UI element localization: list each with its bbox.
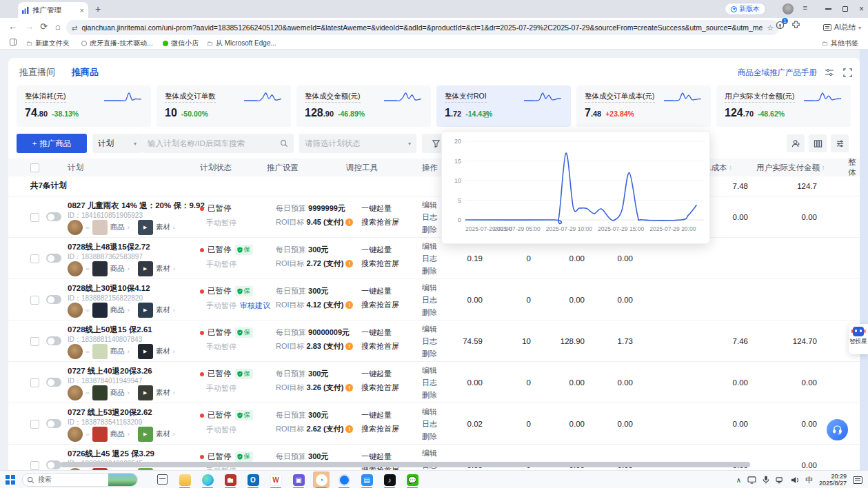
one-key-boost-link[interactable]: 一键起量 [361, 245, 392, 255]
search-top-screen-link[interactable]: 搜索抢首屏 [361, 217, 399, 227]
product-link[interactable]: 商品 [110, 223, 125, 232]
product-link[interactable]: 商品 [110, 305, 125, 315]
side-panel-icon[interactable] [10, 39, 17, 45]
plan-type-select[interactable]: 计划▾ [92, 134, 142, 153]
one-key-boost-link[interactable]: 一键起量 [361, 451, 392, 462]
plan-name[interactable]: 0728线上48退15保2.72 [68, 242, 150, 252]
sort-icon[interactable]: ↕ [729, 164, 733, 171]
table-config-icon[interactable] [831, 134, 849, 152]
column-settings-icon[interactable] [809, 134, 827, 152]
tab-close-icon[interactable]: × [80, 6, 84, 14]
search-top-screen-link[interactable]: 搜索抢首屏 [361, 424, 399, 434]
taskbar-edge[interactable] [199, 471, 216, 488]
adblock-extension-icon[interactable]: 1 [776, 21, 785, 30]
row-checkbox[interactable] [30, 213, 39, 222]
speaker-icon[interactable] [791, 476, 799, 484]
microphone-icon[interactable] [763, 476, 769, 484]
new-tab-button[interactable]: + [95, 3, 101, 14]
row-toggle[interactable] [46, 460, 61, 469]
plan-name[interactable]: 0727 线上40退20保3.26 [68, 366, 152, 376]
bookmark-item[interactable]: 🗀新建文件夹 [26, 39, 70, 48]
plan-name[interactable]: 0728线上50退15 保2.61 [68, 325, 152, 335]
col-overall[interactable]: 整体 [848, 159, 860, 176]
review-suggestion-link[interactable]: 审核建议 [240, 301, 270, 309]
share-user-icon[interactable] [787, 134, 805, 152]
row-checkbox[interactable] [30, 337, 39, 346]
material-link[interactable]: 素材 [156, 388, 170, 398]
one-key-boost-link[interactable]: 一键起量 [361, 286, 392, 296]
tab-product[interactable]: 推商品 [72, 66, 99, 79]
customer-service-button[interactable] [827, 419, 848, 440]
browser-tab[interactable]: 推广管理 × [18, 2, 88, 18]
material-link[interactable]: 素材 [156, 223, 170, 232]
plan-status-select[interactable]: 请筛选计划状态▾ [299, 134, 416, 153]
search-top-screen-link[interactable]: 搜索抢首屏 [361, 383, 399, 393]
bookmark-item[interactable]: 虎牙直播-技术驱动... [81, 39, 153, 48]
taskbar-outlook[interactable]: O [245, 471, 261, 488]
touchpad-icon[interactable] [747, 476, 756, 484]
new-version-button[interactable]: 新版本 [725, 3, 766, 15]
one-key-boost-link[interactable]: 一键起量 [361, 203, 392, 214]
stat-card[interactable]: 整体成交金额(元) 128.90 -46.89% [296, 85, 431, 127]
extensions-puzzle-icon[interactable] [791, 21, 800, 30]
taskbar-store-app[interactable]: 🖿 [222, 471, 239, 488]
display-settings-icon[interactable] [822, 65, 836, 79]
notification-center-icon[interactable] [853, 476, 862, 484]
product-thumbnail[interactable] [92, 427, 108, 442]
ai-summary-button[interactable]: AI总结 ▾ [823, 21, 861, 34]
product-thumbnail[interactable] [92, 344, 108, 359]
taskbar-file-explorer[interactable] [176, 471, 193, 488]
plan-name[interactable]: 0726线上45 退25 保3.29 [68, 449, 154, 459]
material-thumbnail[interactable]: ▶ [138, 427, 153, 442]
start-button[interactable] [6, 475, 15, 485]
product-link[interactable]: 商品 [110, 429, 125, 439]
window-close-button[interactable]: × [859, 5, 864, 13]
row-checkbox[interactable] [30, 378, 39, 387]
horizontal-scrollbar[interactable] [61, 462, 750, 467]
clock[interactable]: 20:29 2025/8/27 [819, 473, 847, 487]
row-checkbox[interactable] [30, 254, 39, 263]
product-thumbnail[interactable] [92, 303, 108, 318]
window-maximize-button[interactable] [842, 6, 848, 12]
plan-name[interactable]: 0727 线上53退20保2.62 [68, 407, 152, 418]
forward-icon[interactable]: → [25, 21, 34, 32]
taskbar-douyin[interactable]: ♪ [381, 471, 398, 488]
product-thumbnail[interactable] [92, 220, 108, 235]
row-toggle[interactable] [46, 336, 61, 345]
row-toggle[interactable] [46, 419, 61, 428]
vertical-scrollbar[interactable] [860, 50, 868, 470]
url-field[interactable]: ⇄ qianchuan.jinritemai.com/uni-prom?aavi… [66, 20, 779, 35]
product-thumbnail[interactable] [92, 385, 108, 400]
taskbar-wps[interactable]: W [268, 471, 284, 488]
material-thumbnail[interactable]: ▶ [138, 220, 153, 235]
search-top-screen-link[interactable]: 搜索抢首屏 [361, 300, 399, 310]
fullscreen-icon[interactable] [840, 65, 854, 79]
search-top-screen-link[interactable]: 搜索抢首屏 [361, 258, 399, 269]
home-icon[interactable]: ⌂ [55, 21, 61, 32]
tray-expand-icon[interactable]: ∧ [736, 476, 741, 484]
browser-menu-icon[interactable]: ≡ [803, 3, 807, 12]
product-link[interactable]: 商品 [110, 347, 125, 356]
material-thumbnail[interactable]: ▶ [138, 303, 153, 318]
bookmark-item[interactable]: 🗀从 Microsoft Edge... [207, 39, 276, 48]
product-thumbnail[interactable] [92, 261, 108, 276]
col-user-paid[interactable]: 用户实际支付金额↕ [756, 159, 825, 176]
bookmark-item[interactable]: 微信小店 [163, 39, 199, 48]
back-icon[interactable]: ← [8, 21, 17, 32]
stat-card[interactable]: 整体成交订单数 10 -50.00% [157, 85, 291, 127]
other-bookmarks[interactable]: 🗀其他书签 [822, 39, 858, 48]
row-toggle[interactable] [46, 378, 61, 387]
row-checkbox[interactable] [30, 420, 39, 429]
taskbar-wechat[interactable]: 💬 [404, 471, 421, 488]
row-toggle[interactable] [46, 254, 61, 263]
tab-live-room[interactable]: 推直播间 [19, 66, 55, 79]
search-top-screen-link[interactable]: 搜索抢首屏 [361, 341, 399, 352]
col-status[interactable]: 计划状态 [200, 159, 232, 176]
material-thumbnail[interactable]: ▶ [138, 344, 153, 359]
col-tools[interactable]: 调控工具 [346, 159, 378, 176]
product-link[interactable]: 商品 [110, 264, 125, 274]
taskbar-purple-app[interactable]: ▣ [290, 471, 307, 488]
promote-product-button[interactable]: +推广商品 [17, 134, 87, 153]
taskbar-blue-circle-app[interactable] [336, 471, 352, 488]
taskbar-search[interactable]: 搜索 [22, 473, 138, 487]
